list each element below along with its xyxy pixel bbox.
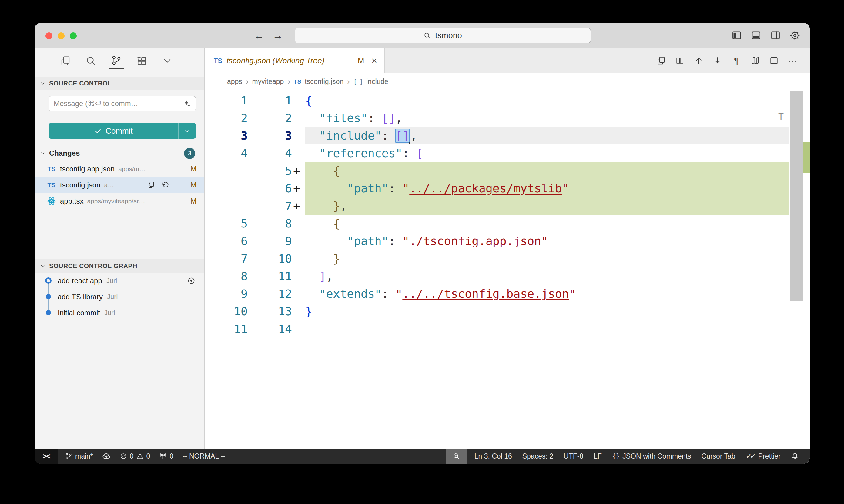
breadcrumb-separator: › bbox=[288, 77, 290, 86]
status-encoding[interactable]: UTF-8 bbox=[564, 452, 583, 461]
commit-author: Juri bbox=[106, 277, 117, 285]
code-token bbox=[305, 252, 333, 265]
breadcrumb-item-apps[interactable]: apps bbox=[227, 77, 242, 86]
code-text: "path": "./tsconfig.app.json" bbox=[305, 232, 789, 250]
commit-message-input[interactable]: Message (⌘⏎ to comm… bbox=[49, 96, 196, 111]
code-line[interactable]: 9 12 "extends": "../../tsconfig.base.jso… bbox=[205, 285, 789, 303]
code-token: , bbox=[410, 129, 417, 142]
code-line[interactable]: 6 9 "path": "./tsconfig.app.json" bbox=[205, 232, 789, 250]
toggle-secondary-sidebar-icon[interactable] bbox=[770, 30, 781, 41]
diff-editor[interactable]: 1 1 { 2 2 "files": [], bbox=[205, 90, 810, 449]
commit-button-group: Commit bbox=[49, 123, 196, 139]
split-editor-icon[interactable] bbox=[769, 55, 779, 66]
source-control-graph-header[interactable]: SOURCE CONTROL GRAPH bbox=[35, 259, 204, 273]
line-number-original: 11 bbox=[205, 320, 251, 338]
status-problems[interactable]: 0 0 bbox=[120, 452, 150, 461]
commit-message: add TS library bbox=[57, 293, 103, 301]
code-token bbox=[305, 199, 333, 213]
code-line[interactable]: 11 14 bbox=[205, 320, 789, 338]
discard-changes-icon[interactable] bbox=[160, 180, 170, 190]
search-view-icon[interactable] bbox=[84, 52, 98, 69]
code-token: " bbox=[395, 287, 402, 301]
breadcrumb-item-myviteapp[interactable]: myviteapp bbox=[252, 77, 284, 86]
status-ports[interactable]: 0 bbox=[159, 452, 173, 461]
code-line[interactable]: 4 4 "references": [ bbox=[205, 144, 789, 162]
map-icon[interactable] bbox=[750, 55, 761, 66]
status-sync[interactable] bbox=[102, 452, 111, 461]
status-zoom-indicator[interactable] bbox=[446, 449, 467, 464]
review-book-icon[interactable] bbox=[674, 55, 686, 66]
toggle-panel-icon[interactable] bbox=[750, 30, 762, 41]
status-indentation[interactable]: Spaces: 2 bbox=[522, 452, 553, 461]
stage-changes-plus-icon[interactable] bbox=[174, 180, 184, 190]
extensions-icon[interactable] bbox=[135, 52, 149, 69]
command-center-search[interactable]: tsmono bbox=[295, 28, 591, 43]
status-branch[interactable]: main* bbox=[65, 452, 93, 461]
code-line[interactable]: 6 + "path": "../../packages/mytslib" bbox=[205, 180, 789, 197]
more-actions-icon[interactable]: ⋯ bbox=[787, 55, 798, 66]
close-window-button[interactable] bbox=[46, 32, 52, 39]
commit-message: Initial commit bbox=[57, 309, 100, 317]
minimize-window-button[interactable] bbox=[57, 32, 65, 39]
file-row-app-tsx[interactable]: app.tsx apps/myviteapp/sr… M bbox=[35, 193, 204, 209]
back-icon[interactable]: ← bbox=[253, 30, 265, 41]
toggle-primary-sidebar-icon[interactable] bbox=[731, 30, 742, 41]
status-formatter[interactable]: ✓✓ Prettier bbox=[746, 452, 781, 461]
scrollbar-thumb[interactable] bbox=[790, 91, 803, 301]
code-line[interactable]: 10 13 } bbox=[205, 303, 789, 320]
file-row-tsconfig-app[interactable]: TS tsconfig.app.json apps/m… M bbox=[35, 161, 204, 177]
previous-change-icon[interactable] bbox=[693, 55, 704, 66]
forward-icon[interactable]: → bbox=[272, 30, 284, 41]
code-line[interactable]: 8 11 ], bbox=[205, 267, 789, 285]
tab-tsconfig-working-tree[interactable]: TS tsconfig.json (Working Tree) M × bbox=[205, 48, 385, 73]
code-line[interactable]: 5 8 { bbox=[205, 215, 789, 232]
status-language-mode[interactable]: {} JSON with Comments bbox=[612, 452, 691, 461]
commit-row[interactable]: Initial commit Juri bbox=[35, 305, 204, 321]
code-line[interactable]: 7 10 } bbox=[205, 250, 789, 267]
source-control-view-icon[interactable] bbox=[109, 52, 124, 69]
code-line[interactable]: 3 3 "include": [], bbox=[205, 127, 789, 144]
code-line[interactable]: 2 2 "files": [], bbox=[205, 109, 789, 127]
file-row-tsconfig[interactable]: TS tsconfig.json a… M bbox=[35, 177, 204, 193]
line-number-original: 6 bbox=[205, 232, 251, 250]
diff-added-marker bbox=[292, 320, 305, 338]
commit-dropdown-button[interactable] bbox=[178, 123, 196, 139]
code-line[interactable]: 5 + { bbox=[205, 162, 789, 180]
gear-icon[interactable] bbox=[789, 30, 800, 41]
status-cursor-position[interactable]: Ln 3, Col 16 bbox=[475, 452, 512, 461]
breadcrumb-item-tsconfig[interactable]: tsconfig.json bbox=[305, 77, 344, 86]
next-change-icon[interactable] bbox=[712, 55, 723, 66]
code-token: [] bbox=[395, 129, 409, 142]
maximize-window-button[interactable] bbox=[70, 32, 77, 39]
remote-indicator[interactable]: >< bbox=[35, 449, 57, 464]
more-views-chevron-icon[interactable] bbox=[160, 52, 175, 69]
close-icon[interactable]: × bbox=[372, 55, 377, 66]
editor-actions: ¶ ⋯ bbox=[656, 48, 810, 73]
changes-section-header[interactable]: Changes 3 bbox=[35, 146, 204, 161]
breadcrumb-item-include[interactable]: include bbox=[366, 77, 389, 86]
status-eol[interactable]: LF bbox=[593, 452, 602, 461]
typescript-file-icon: TS bbox=[214, 57, 222, 65]
notifications-bell-icon[interactable] bbox=[791, 452, 799, 460]
checkout-target-icon[interactable] bbox=[187, 276, 196, 285]
copilot-sparkle-icon[interactable] bbox=[182, 100, 191, 108]
commit-row[interactable]: add react app Juri bbox=[35, 273, 204, 289]
commit-button[interactable]: Commit bbox=[49, 123, 178, 139]
code-text: "extends": "../../tsconfig.base.json" bbox=[305, 285, 789, 303]
code-text bbox=[305, 320, 789, 338]
open-file-icon[interactable] bbox=[656, 55, 667, 66]
open-file-icon[interactable] bbox=[146, 180, 156, 190]
code-token bbox=[395, 182, 402, 195]
whitespace-pilcrow-icon[interactable]: ¶ bbox=[731, 55, 742, 66]
status-cursor-style[interactable]: Cursor Tab bbox=[702, 452, 736, 461]
vertical-scrollbar[interactable] bbox=[789, 90, 810, 449]
code-line[interactable]: 1 1 { bbox=[205, 92, 789, 109]
status-vim-mode[interactable]: -- NORMAL -- bbox=[183, 452, 225, 461]
commit-row[interactable]: add TS library Juri bbox=[35, 289, 204, 305]
code-line[interactable]: 7 + }, bbox=[205, 197, 789, 215]
explorer-icon[interactable] bbox=[58, 52, 73, 69]
graph-title: SOURCE CONTROL GRAPH bbox=[49, 262, 137, 270]
source-control-header[interactable]: SOURCE CONTROL bbox=[35, 77, 204, 90]
chevron-down-icon bbox=[39, 150, 46, 157]
diff-added-marker: + bbox=[292, 180, 305, 197]
